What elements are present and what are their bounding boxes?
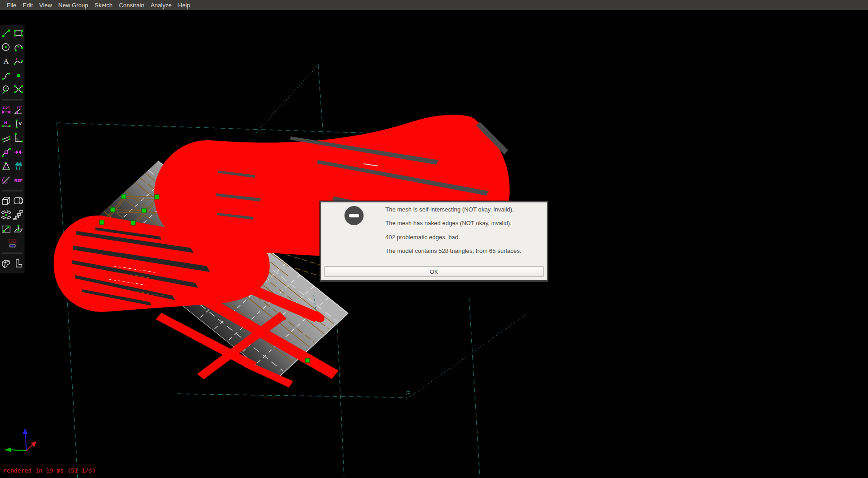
dialog-line: The mesh has naked edges (NOT okay, inva…	[385, 216, 543, 231]
z-axis-arrowhead	[23, 428, 28, 434]
menu-edit[interactable]: Edit	[20, 0, 36, 10]
toolbar: A T 2.54	[0, 25, 25, 273]
workplane-right-edge	[469, 298, 480, 478]
z-axis-arrow	[25, 433, 26, 451]
line-tool-icon[interactable]	[0, 26, 12, 40]
svg-text:2.54: 2.54	[3, 106, 10, 110]
rectangle-tool-icon[interactable]	[12, 26, 24, 40]
workplane-diagonal-dotted	[253, 64, 319, 136]
tangent-arc-tool-icon[interactable]: T	[12, 54, 24, 68]
x-axis-arrow	[26, 444, 34, 451]
split-curves-tool-icon[interactable]	[12, 82, 24, 96]
circle-tool-icon[interactable]	[0, 40, 12, 54]
vertical-constraint-icon[interactable]: V	[12, 117, 24, 131]
toolbar-separator	[2, 252, 23, 254]
step-translating-tool-icon[interactable]	[12, 208, 24, 222]
minus-circle-icon	[344, 206, 364, 225]
angle-constraint-icon[interactable]: 74°	[12, 103, 24, 117]
text-tool-icon[interactable]: A	[0, 54, 12, 68]
workplane-vertical-line-2	[337, 315, 344, 476]
construction-tool-icon[interactable]	[0, 82, 12, 96]
parallel-constraint-icon[interactable]	[0, 131, 12, 145]
svg-text:V: V	[19, 121, 22, 126]
align-view-to-workplane-icon[interactable]	[12, 257, 24, 271]
workplane-vertical-line	[318, 65, 323, 134]
perpendicular-constraint-icon[interactable]	[12, 131, 24, 145]
app-window: File Edit View New Group Sketch Constrai…	[0, 0, 868, 478]
extrude-tool-icon[interactable]	[0, 194, 12, 208]
sketch-in-workplane-tool-icon[interactable]	[12, 222, 24, 236]
ok-button[interactable]: OK	[324, 266, 544, 277]
point-on-line-constraint-icon[interactable]	[0, 145, 12, 159]
horizontal-constraint-icon[interactable]: H	[0, 117, 12, 131]
svg-text:A: A	[4, 57, 9, 65]
dialog-line: The mesh is self-intersecting (NOT okay,…	[385, 202, 543, 216]
mesh-error-dialog: The mesh is self-intersecting (NOT okay,…	[320, 201, 548, 282]
menu-sketch[interactable]: Sketch	[91, 0, 116, 10]
other-angle-constraint-icon[interactable]	[0, 173, 12, 187]
point-tool-icon[interactable]	[12, 68, 24, 82]
menu-analyze[interactable]: Analyze	[147, 0, 175, 10]
menu-constrain[interactable]: Constrain	[116, 0, 148, 10]
menu-bar: File Edit View New Group Sketch Constrai…	[0, 0, 868, 10]
render-status-text: rendered in 19 ms (51 1/s)	[3, 467, 96, 474]
workplane-diagonal-dotted-2	[408, 314, 527, 398]
parallel-normals-constraint-icon[interactable]	[12, 159, 24, 173]
workplane-label-mark	[406, 391, 410, 394]
symmetric-constraint-icon[interactable]	[12, 145, 24, 159]
nearest-ortho-view-icon[interactable]	[6, 236, 18, 250]
menu-new-group[interactable]: New Group	[55, 0, 91, 10]
toolbar-separator	[2, 190, 23, 191]
svg-text:REF: REF	[14, 178, 23, 183]
menu-file[interactable]: File	[4, 0, 20, 10]
y-axis-arrowhead	[5, 448, 11, 452]
sketch-in-3d-tool-icon[interactable]	[0, 222, 12, 236]
dialog-line: 402 problematic edges, bad.	[385, 230, 543, 244]
bezier-tool-icon[interactable]	[0, 68, 12, 82]
distance-constraint-icon[interactable]: 2.54	[0, 103, 12, 117]
y-axis-arrow	[10, 450, 26, 451]
svg-text:T: T	[15, 57, 18, 61]
menu-help[interactable]: Help	[175, 0, 194, 10]
svg-text:H: H	[4, 120, 7, 125]
svg-text:74°: 74°	[16, 106, 22, 110]
step-rotating-tool-icon[interactable]	[0, 208, 12, 222]
menu-view[interactable]: View	[36, 0, 55, 10]
workplane-bottom-edge	[177, 394, 407, 397]
dialog-line: The model contains 528 triangles, from 6…	[385, 244, 543, 258]
reference-dimension-icon[interactable]: REF	[12, 173, 24, 187]
dialog-message: The mesh is self-intersecting (NOT okay,…	[385, 202, 543, 258]
axis-triad	[5, 428, 36, 452]
nearest-iso-view-icon[interactable]	[0, 257, 12, 271]
lathe-tool-icon[interactable]	[12, 194, 24, 208]
equal-constraint-icon[interactable]	[0, 159, 12, 173]
toolbar-separator	[2, 99, 23, 101]
arc-tool-icon[interactable]	[12, 40, 24, 54]
